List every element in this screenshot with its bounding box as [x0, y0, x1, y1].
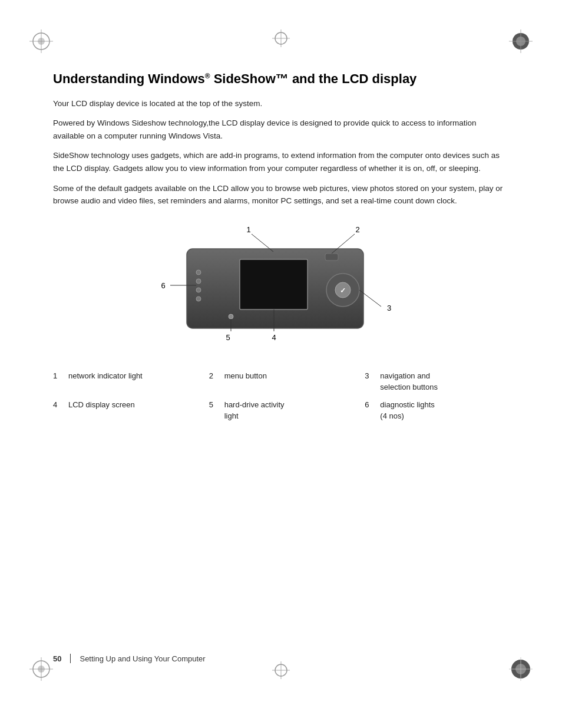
- svg-point-17: [196, 270, 201, 275]
- diagram-container: ✓ 1 2 3 4 5: [128, 219, 434, 361]
- svg-text:✓: ✓: [340, 286, 346, 295]
- paragraph-1: Your LCD display device is located at th…: [53, 97, 509, 110]
- footer-page-number: 50: [53, 654, 61, 663]
- page: Understanding Windows® SideShow™ and the…: [0, 0, 562, 728]
- label-num-6: 6: [365, 399, 374, 422]
- svg-text:4: 4: [272, 333, 276, 342]
- svg-point-19: [196, 288, 201, 292]
- label-num-4: 4: [53, 399, 62, 422]
- label-item-5: 5 hard-drive activitylight: [209, 399, 353, 422]
- svg-point-21: [229, 314, 233, 319]
- paragraph-4: Some of the default gadgets available on…: [53, 182, 509, 207]
- svg-text:6: 6: [161, 281, 165, 290]
- svg-point-18: [196, 279, 201, 284]
- svg-text:1: 1: [246, 225, 250, 234]
- label-item-4: 4 LCD display screen: [53, 399, 197, 422]
- label-num-3: 3: [365, 370, 374, 393]
- paragraph-2: Powered by Windows Sideshow technology,t…: [53, 117, 509, 142]
- label-item-3: 3 navigation andselection buttons: [365, 370, 509, 393]
- page-title: Understanding Windows® SideShow™ and the…: [53, 71, 509, 88]
- svg-text:5: 5: [226, 333, 230, 342]
- svg-text:2: 2: [355, 225, 359, 234]
- label-text-6: diagnostic lights(4 nos): [380, 399, 435, 422]
- diagram-svg: ✓ 1 2 3 4 5: [128, 219, 434, 361]
- top-center-mark: [272, 29, 290, 49]
- label-text-1: network indicator light: [68, 370, 143, 393]
- label-text-3: navigation andselection buttons: [380, 370, 438, 393]
- footer-text: Setting Up and Using Your Computer: [80, 654, 205, 663]
- corner-mark-bl: [29, 657, 53, 681]
- label-item-2: 2 menu button: [209, 370, 353, 393]
- label-item-6: 6 diagnostic lights(4 nos): [365, 399, 509, 422]
- svg-rect-12: [240, 259, 308, 309]
- svg-point-20: [196, 297, 201, 301]
- label-num-1: 1: [53, 370, 62, 393]
- label-text-2: menu button: [224, 370, 267, 393]
- labels-table: 1 network indicator light 2 menu button …: [53, 370, 509, 422]
- label-num-5: 5: [209, 399, 219, 422]
- registered-symbol: ®: [205, 72, 210, 80]
- label-text-4: LCD display screen: [68, 399, 135, 422]
- label-item-1: 1 network indicator light: [53, 370, 197, 393]
- label-text-5: hard-drive activitylight: [224, 399, 285, 422]
- svg-text:3: 3: [387, 304, 391, 312]
- corner-mark-tr: [509, 29, 533, 53]
- corner-mark-tl: [29, 29, 53, 53]
- corner-mark-br: [509, 657, 533, 681]
- footer-separator: [70, 654, 71, 663]
- svg-rect-16: [325, 253, 338, 261]
- label-num-2: 2: [209, 370, 219, 393]
- paragraph-3: SideShow technology uses gadgets, which …: [53, 149, 509, 174]
- bottom-center-mark: [272, 661, 290, 681]
